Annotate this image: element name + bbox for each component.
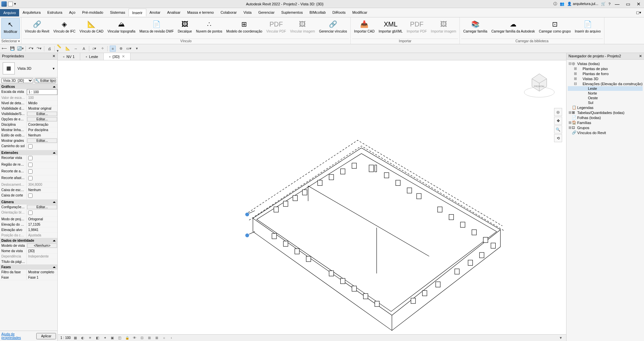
- info-icon[interactable]: ⓘ: [553, 1, 557, 6]
- tree-item[interactable]: ⊟◎Vistas (todas): [568, 61, 643, 66]
- prop-value[interactable]: Nenhum: [27, 133, 57, 138]
- ribbon-gerenciar-vínculos[interactable]: 🔗Gerenciar vínculos: [317, 18, 349, 39]
- help-icon[interactable]: ?: [608, 2, 610, 6]
- prop-value[interactable]: Mostrar original: [27, 106, 57, 111]
- prop-value[interactable]: Nenhum: [27, 187, 57, 192]
- prop-value[interactable]: 17,1105: [27, 222, 57, 227]
- menu-tab-suplementos[interactable]: Suplementos: [278, 9, 306, 16]
- file-tab[interactable]: Arquivo: [0, 9, 19, 16]
- menu-tab-colaborar[interactable]: Colaborar: [217, 9, 240, 16]
- tree-item[interactable]: ⊞⊞Tabelas/Quantidades (todas): [568, 110, 643, 115]
- prop-category[interactable]: Gráficos⏶: [0, 84, 57, 89]
- minimize-button[interactable]: —: [613, 1, 621, 7]
- switch-windows-icon[interactable]: ▭▾: [126, 46, 132, 52]
- section-icon[interactable]: ✧: [99, 46, 105, 52]
- ribbon-nuvem-de-pontos[interactable]: ∴Nuvem de pontos: [194, 18, 224, 39]
- analytical-icon[interactable]: ⊠: [154, 335, 159, 341]
- wall-join-icon[interactable]: ⟵: [1, 46, 7, 52]
- reveal-icon[interactable]: ⊡: [139, 335, 145, 341]
- worksharing-icon[interactable]: ⊞: [147, 335, 152, 341]
- expand-icon[interactable]: ⊞: [573, 66, 577, 71]
- ribbon-modelo-de-coordenação[interactable]: ⊞Modelo de coordenação: [224, 18, 264, 39]
- prop-category[interactable]: Fases⏶: [0, 265, 57, 270]
- tree-item[interactable]: Oeste: [568, 96, 643, 100]
- redo-icon[interactable]: ↷▾: [36, 46, 42, 52]
- viewcube[interactable]: FRONTAL: [523, 67, 556, 101]
- tree-item[interactable]: 🔗Vínculos do Revit: [568, 130, 643, 135]
- prop-value[interactable]: {3D}: [27, 248, 57, 253]
- menu-tab-anotar[interactable]: Anotar: [146, 9, 164, 16]
- expand-icon[interactable]: ⊞: [573, 71, 577, 76]
- orbit-icon[interactable]: ⟲: [554, 134, 562, 142]
- prop-checkbox[interactable]: [28, 211, 33, 215]
- prop-edit-button[interactable]: Editar...: [27, 112, 57, 116]
- expand-icon[interactable]: ⊟: [573, 81, 577, 86]
- expand-icon[interactable]: ⊟: [568, 61, 572, 66]
- ribbon-importar-gbxml[interactable]: XMLImportar gbXML: [377, 18, 405, 39]
- measure-icon[interactable]: 📏▾: [57, 46, 63, 52]
- prop-value[interactable]: [27, 175, 57, 182]
- prop-checkbox[interactable]: [28, 144, 33, 149]
- ribbon-carregar-família[interactable]: 📚Carregar família: [461, 18, 489, 39]
- browser-close-icon[interactable]: ✕: [639, 54, 642, 58]
- prop-category[interactable]: Câmera⏶: [0, 200, 57, 205]
- apply-button[interactable]: Aplicar: [36, 333, 56, 339]
- ribbon-carregar-como-grupo[interactable]: ⊡Carregar como grupo: [537, 18, 573, 39]
- prop-value[interactable]: Coordenação: [27, 122, 57, 127]
- tree-item[interactable]: ⊞🏠Famílias: [568, 120, 643, 125]
- tree-item[interactable]: Sul: [568, 100, 643, 105]
- instance-filter[interactable]: Vista 3D: {3D}: [1, 78, 33, 83]
- expand-icon[interactable]: ⊞: [568, 125, 572, 130]
- close-button[interactable]: ✕: [635, 1, 643, 7]
- prop-value[interactable]: Mostrar completo: [27, 270, 57, 275]
- filter-icon[interactable]: ▼: [558, 335, 563, 341]
- ribbon-vínculo-de-ifc[interactable]: ◈Vínculo de IFC: [51, 18, 78, 39]
- prop-value[interactable]: Fase 1: [27, 275, 57, 280]
- temp-hide-icon[interactable]: 👁: [132, 335, 137, 341]
- prop-value[interactable]: [27, 144, 57, 150]
- prop-value[interactable]: [27, 259, 57, 264]
- tree-item[interactable]: 📄Folhas (todas): [568, 115, 643, 120]
- tree-item[interactable]: Leste: [568, 86, 643, 91]
- user-icon[interactable]: 👥: [560, 2, 564, 6]
- tree-item[interactable]: ⊟Elevações (Elevação da construção): [568, 81, 643, 86]
- maximize-button[interactable]: ▭: [624, 1, 632, 7]
- zoom-icon[interactable]: 🔍: [554, 125, 562, 133]
- user-account[interactable]: 👤 arquitetura.jul...: [567, 2, 598, 6]
- 3d-icon[interactable]: ⌂▾: [91, 46, 97, 52]
- dimension-icon[interactable]: ↔: [73, 46, 79, 52]
- tree-item[interactable]: ⊞Vistas 3D: [568, 76, 643, 81]
- view-tab[interactable]: ▫Leste: [80, 53, 104, 60]
- ribbon-carregar-família-da-autodesk[interactable]: ☁Carregar família da Autodesk: [489, 18, 537, 39]
- expand-icon[interactable]: ⊞: [568, 120, 572, 125]
- text-icon[interactable]: A: [81, 46, 87, 52]
- shadows-icon[interactable]: ◧: [95, 335, 100, 341]
- tree-item[interactable]: Norte: [568, 91, 643, 96]
- menu-tab-pré-moldado[interactable]: Pré-moldado: [79, 9, 107, 16]
- view-tab[interactable]: ▫NV 1: [58, 53, 80, 60]
- nav-bar[interactable]: ◎ ✥ 🔍 ⟲: [553, 107, 563, 143]
- modify-button[interactable]: ↖ Modificar: [1, 18, 20, 39]
- print-icon[interactable]: 🖨: [46, 46, 52, 52]
- prop-edit-button[interactable]: Editar...: [27, 205, 57, 209]
- ribbon-vínculo-do-revit[interactable]: 🔗Vínculo do Revit: [23, 18, 51, 39]
- prop-edit-button[interactable]: <Nenhum>: [27, 243, 57, 248]
- thin-lines-icon[interactable]: ≡: [110, 46, 116, 52]
- ribbon-decalque[interactable]: 🖼Decalque: [176, 18, 194, 39]
- 3d-canvas[interactable]: FRONTAL ◎ ✥ 🔍 ⟲: [58, 60, 566, 334]
- detail-level-icon[interactable]: ▦: [73, 335, 78, 341]
- align-icon[interactable]: 📐: [65, 46, 71, 52]
- prop-checkbox[interactable]: [28, 193, 33, 198]
- prop-value[interactable]: [27, 169, 57, 175]
- menu-tab-analisar[interactable]: Analisar: [164, 9, 184, 16]
- menu-tab-modificar[interactable]: Modificar: [349, 9, 371, 16]
- crop-region-icon[interactable]: ◫: [117, 335, 122, 341]
- lock-icon[interactable]: 🔒: [125, 335, 130, 341]
- cart-icon[interactable]: 🛒: [601, 2, 606, 6]
- expand-icon[interactable]: ⊞: [573, 76, 577, 81]
- ribbon-vincular-topografia[interactable]: ⛰Vincular topografia: [105, 18, 137, 39]
- tree-item[interactable]: ⊞Plantas de piso: [568, 66, 643, 71]
- save-icon[interactable]: 💾: [9, 46, 15, 52]
- prop-checkbox[interactable]: [28, 176, 33, 180]
- expand-icon[interactable]: ⊞: [568, 110, 572, 115]
